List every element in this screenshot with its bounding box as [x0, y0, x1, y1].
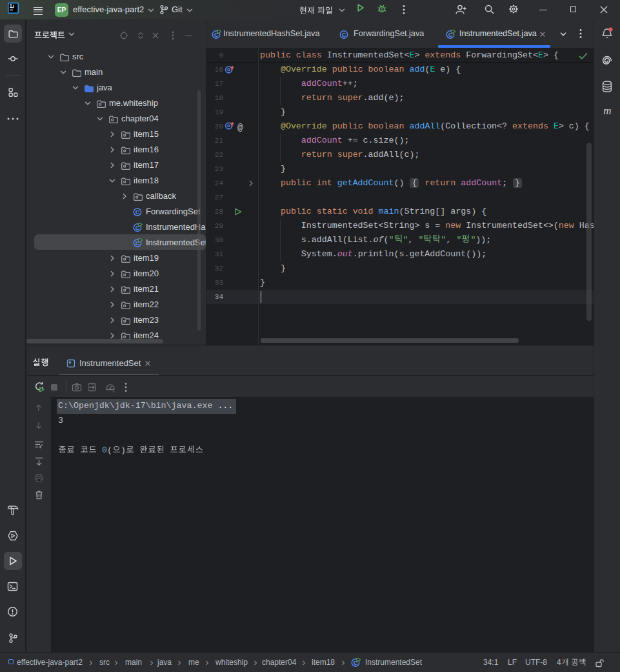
svg-text:C: C	[342, 31, 346, 38]
svg-text:C: C	[135, 209, 139, 216]
